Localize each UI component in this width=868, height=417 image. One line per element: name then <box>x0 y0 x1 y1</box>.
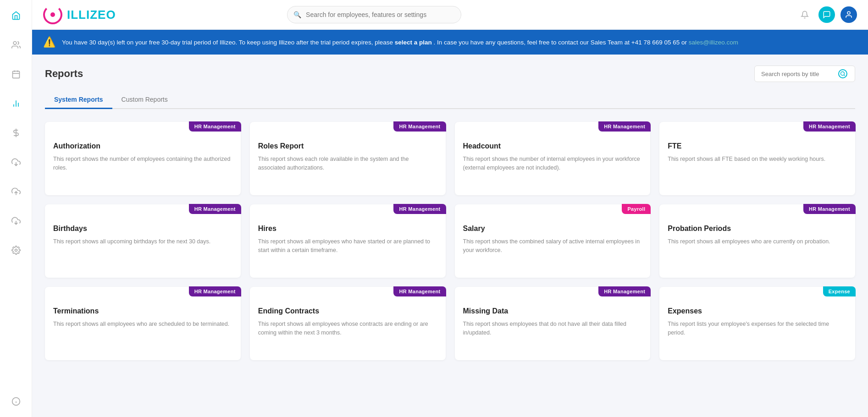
report-title: Hires <box>258 225 437 233</box>
logo-text: ILLIZEO <box>67 8 116 22</box>
export-nav[interactable] <box>8 213 24 229</box>
report-title: Headcount <box>463 142 642 150</box>
topbar: ILLIZEO 🔍 <box>32 0 868 30</box>
report-title: Missing Data <box>463 307 642 315</box>
report-card[interactable]: Expense Expenses This report lists your … <box>659 287 855 360</box>
report-description: This report shows the combined salary of… <box>463 237 642 255</box>
svg-line-18 <box>844 75 845 76</box>
report-card[interactable]: HR Management Roles Report This report s… <box>250 122 446 195</box>
report-card[interactable]: HR Management Authorization This report … <box>45 122 241 195</box>
report-badge: Expense <box>823 286 856 296</box>
logo-ring <box>43 5 62 24</box>
report-title: Roles Report <box>258 142 437 150</box>
topbar-actions <box>796 6 857 23</box>
contact-email: sales@illizeo.com <box>689 39 738 46</box>
info-nav[interactable] <box>8 393 24 410</box>
report-description: This report shows all employees who are … <box>668 237 847 246</box>
search-icon: 🔍 <box>293 11 301 18</box>
report-title: Salary <box>463 225 642 233</box>
trial-message: You have 30 day(s) left on your free 30-… <box>62 39 738 46</box>
svg-point-16 <box>847 11 850 14</box>
profile-button[interactable] <box>840 6 857 23</box>
global-search-input[interactable] <box>287 6 461 23</box>
tab-custom-reports[interactable]: Custom Reports <box>112 91 177 109</box>
reports-grid: HR Management Authorization This report … <box>45 122 855 360</box>
svg-point-12 <box>15 249 17 252</box>
settings-nav[interactable] <box>8 242 24 258</box>
warning-icon: ⚠️ <box>43 36 55 48</box>
page-body: Reports System Reports Custom Reports HR… <box>32 55 868 417</box>
logo-name: ILLIZE <box>67 8 106 22</box>
report-card[interactable]: Payroll Salary This report shows the com… <box>455 204 651 278</box>
report-description: This report lists your employee's expens… <box>668 320 847 338</box>
cloud-upload-nav[interactable] <box>8 183 24 200</box>
svg-rect-1 <box>12 71 19 78</box>
report-badge: HR Management <box>598 121 651 132</box>
report-title: Authorization <box>53 142 232 150</box>
report-description: This report shows all employees whose co… <box>258 320 437 338</box>
report-card[interactable]: HR Management FTE This report shows all … <box>659 122 855 195</box>
logo-accent: O <box>106 8 116 22</box>
report-badge: HR Management <box>393 286 446 296</box>
report-card[interactable]: HR Management Ending Contracts This repo… <box>250 287 446 360</box>
search-reports-icon[interactable] <box>838 69 847 78</box>
logo: ILLIZEO <box>43 5 116 24</box>
employees-nav[interactable] <box>8 37 24 53</box>
report-badge: HR Management <box>393 204 446 214</box>
report-tabs: System Reports Custom Reports <box>45 91 855 109</box>
report-badge: HR Management <box>189 204 241 214</box>
report-title: Birthdays <box>53 225 232 233</box>
calendar-nav[interactable] <box>8 66 24 82</box>
report-description: This report shows employees that do not … <box>463 320 642 338</box>
report-badge: HR Management <box>189 121 241 132</box>
select-plan-link[interactable]: select a plan <box>395 39 432 46</box>
svg-point-17 <box>841 72 845 76</box>
report-title: Ending Contracts <box>258 307 437 315</box>
home-nav[interactable] <box>8 7 24 24</box>
report-card[interactable]: HR Management Terminations This report s… <box>45 287 241 360</box>
report-title: FTE <box>668 142 847 150</box>
report-card[interactable]: HR Management Hires This report shows al… <box>250 204 446 278</box>
report-card[interactable]: HR Management Birthdays This report show… <box>45 204 241 278</box>
reports-nav[interactable] <box>8 95 24 112</box>
tab-system-reports[interactable]: System Reports <box>45 91 112 109</box>
page-header: Reports <box>45 66 855 82</box>
report-card[interactable]: HR Management Probation Periods This rep… <box>659 204 855 278</box>
global-search: 🔍 <box>287 6 461 23</box>
report-badge: HR Management <box>393 121 446 132</box>
chat-button[interactable] <box>818 6 835 23</box>
report-card[interactable]: HR Management Headcount This report show… <box>455 122 651 195</box>
report-description: This report shows all FTE based on the w… <box>668 155 847 164</box>
report-title: Expenses <box>668 307 847 315</box>
svg-point-0 <box>13 42 17 45</box>
report-description: This report shows all employees who have… <box>258 237 437 255</box>
sidebar <box>0 0 32 417</box>
page-title: Reports <box>45 68 83 80</box>
report-description: This report shows all upcoming birthdays… <box>53 237 232 246</box>
report-badge: HR Management <box>189 286 241 296</box>
report-badge: HR Management <box>598 286 651 296</box>
report-badge: HR Management <box>803 204 856 214</box>
search-reports-input[interactable] <box>761 71 835 77</box>
main-content: ILLIZEO 🔍 ⚠️ Y <box>32 0 868 417</box>
payroll-nav[interactable] <box>8 125 24 141</box>
trial-banner: ⚠️ You have 30 day(s) left on your free … <box>32 30 868 55</box>
report-description: This report shows each role available in… <box>258 155 437 173</box>
report-description: This report shows the number of employee… <box>53 155 232 173</box>
report-title: Probation Periods <box>668 225 847 233</box>
report-card[interactable]: HR Management Missing Data This report s… <box>455 287 651 360</box>
report-description: This report shows all employees who are … <box>53 320 232 329</box>
import-nav[interactable] <box>8 154 24 170</box>
report-title: Terminations <box>53 307 232 315</box>
report-badge: HR Management <box>803 121 856 132</box>
report-badge: Payroll <box>622 204 651 214</box>
notifications-button[interactable] <box>796 6 813 23</box>
report-description: This report shows the number of internal… <box>463 155 642 173</box>
search-reports-box[interactable] <box>754 66 855 82</box>
